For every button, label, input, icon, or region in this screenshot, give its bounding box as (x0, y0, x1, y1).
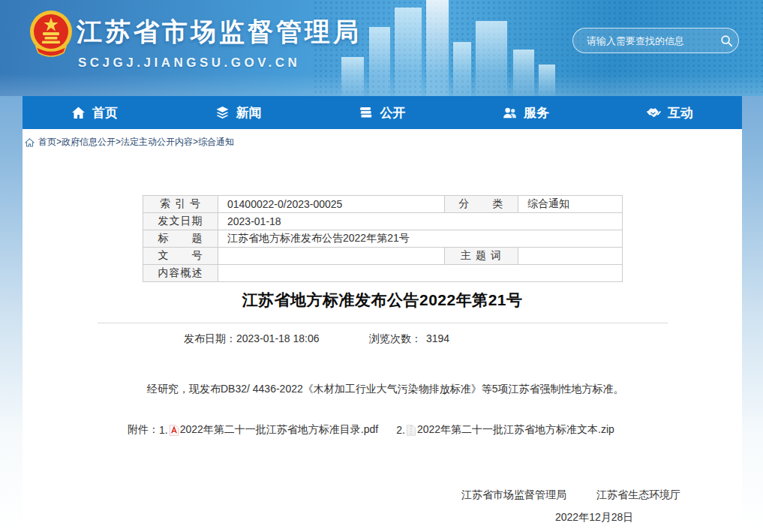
book-icon (359, 106, 373, 120)
category-value: 综合通知 (518, 196, 623, 213)
table-row: 文 号 主 题 词 (143, 248, 623, 265)
pdf-icon (169, 425, 179, 436)
signature-agency: 江苏省市场监督管理局 (461, 488, 566, 500)
issue-date-value: 2023-01-18 (218, 213, 623, 230)
view-count: 浏览次数：3194 (369, 332, 449, 346)
signature-row: 江苏省市场监督管理局 江苏省生态环境厅 (461, 488, 680, 502)
home-icon (25, 138, 35, 147)
publish-date: 发布日期：2023-01-18 18:06 (184, 332, 320, 346)
doc-number-label: 文 号 (143, 248, 218, 265)
summary-value (218, 265, 623, 282)
search-icon[interactable] (720, 35, 733, 47)
title-value: 江苏省地方标准发布公告2022年第21号 (218, 230, 623, 248)
index-label: 索 引 号 (143, 196, 218, 213)
title-divider (98, 323, 668, 323)
category-label: 分 类 (445, 196, 518, 213)
attachment-link-pdf[interactable]: 1. 2022年第二十一批江苏省地方标准目录.pdf (159, 423, 378, 437)
nav-item-interaction[interactable]: 互动 (598, 96, 742, 129)
nav-item-news[interactable]: 新闻 (167, 96, 311, 129)
title-label: 标 题 (143, 230, 218, 248)
document-info-table: 索 引 号 01400022-0/2023-00025 分 类 综合通知 发文日… (143, 195, 623, 282)
attachments-label: 附件： (128, 423, 159, 437)
nav-item-services[interactable]: 服务 (454, 96, 598, 129)
attachment-link-zip[interactable]: 2. 2022年第二十一批江苏省地方标准文本.zip (396, 423, 614, 437)
national-emblem-logo (29, 9, 74, 62)
home-icon (71, 106, 86, 120)
table-row: 内容概述 (143, 265, 623, 282)
site-title: 江苏省市场监督管理局 (77, 15, 362, 50)
index-value: 01400022-0/2023-00025 (218, 196, 445, 213)
nav-label: 新闻 (236, 104, 262, 122)
doc-number-value (218, 248, 445, 265)
layers-icon (215, 106, 230, 120)
content-panel: 首页>政府信息公开>法定主动公开内容>综合通知 索 引 号 01400022-0… (23, 129, 742, 532)
nav-label: 服务 (524, 104, 549, 122)
signature-agency: 江苏省生态环境厅 (596, 488, 680, 500)
article-title: 江苏省地方标准发布公告2022年第21号 (23, 290, 742, 311)
search-input[interactable] (585, 35, 720, 47)
nav-label: 互动 (668, 104, 693, 122)
nav-item-open-gov[interactable]: 公开 (311, 96, 455, 129)
keywords-value (518, 248, 623, 265)
handshake-icon (647, 106, 661, 120)
nav-label: 首页 (92, 104, 118, 122)
site-search[interactable] (572, 28, 739, 53)
keywords-label: 主 题 词 (445, 248, 518, 265)
issue-date-label: 发文日期 (143, 213, 218, 230)
zip-icon (406, 425, 416, 436)
attachments-row: 附件： 1. 2022年第二十一批江苏省地方标准目录.pdf 2. 2022年第… (128, 423, 614, 437)
breadcrumb[interactable]: 首页>政府信息公开>法定主动公开内容>综合通知 (25, 136, 234, 149)
table-row: 索 引 号 01400022-0/2023-00025 分 类 综合通知 (143, 196, 623, 213)
article-body: 经研究，现发布DB32/ 4436-2022《木材加工行业大气污染物排放标准》等… (147, 381, 687, 396)
signature-date: 2022年12月28日 (555, 511, 633, 524)
table-row: 发文日期 2023-01-18 (143, 213, 623, 230)
nav-item-home[interactable]: 首页 (23, 96, 167, 129)
users-icon (503, 106, 517, 120)
main-nav: 首页 新闻 公开 服务 互动 (23, 96, 742, 129)
table-row: 标 题 江苏省地方标准发布公告2022年第21号 (143, 230, 623, 248)
site-header: 江苏省市场监督管理局 SCJGJ.JIANGSU.GOV.CN (0, 0, 763, 96)
summary-label: 内容概述 (143, 265, 218, 282)
nav-label: 公开 (380, 104, 405, 122)
site-domain: SCJGJ.JIANGSU.GOV.CN (78, 56, 300, 71)
breadcrumb-text: 首页>政府信息公开>法定主动公开内容>综合通知 (38, 136, 234, 149)
